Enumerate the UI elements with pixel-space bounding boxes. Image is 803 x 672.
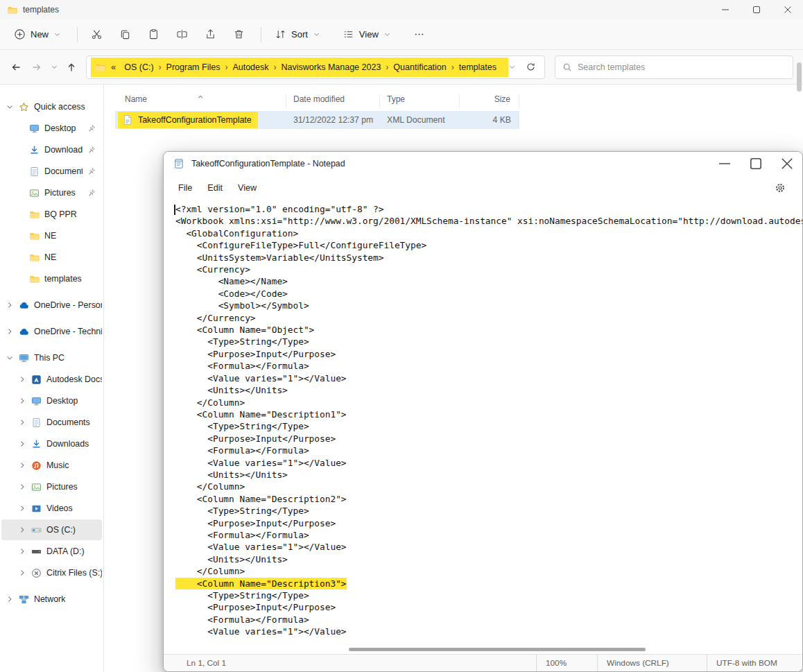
sidebar-item-autodesk-docs[interactable]: Autodesk Docs [1, 369, 102, 390]
breadcrumb-item-autodesk[interactable]: Autodesk [229, 61, 272, 74]
close-icon [782, 158, 793, 169]
forward-button[interactable] [26, 57, 47, 78]
sidebar-item-pictures[interactable]: Pictures [1, 182, 102, 203]
explorer-maximize-button[interactable] [741, 0, 772, 19]
recent-locations-button[interactable] [47, 57, 61, 78]
column-header-type[interactable]: Type [380, 94, 460, 108]
sidebar-item-desktop[interactable]: Desktop [1, 390, 102, 411]
sidebar-item-pictures[interactable]: Pictures [1, 476, 102, 497]
sidebar-item-data-d[interactable]: DATA (D:) [1, 541, 102, 562]
explorer-scrollbar[interactable] [797, 62, 802, 92]
delete-button[interactable] [226, 23, 252, 46]
explorer-close-button[interactable] [772, 0, 803, 19]
line-ending: Windows (CRLF) [597, 655, 707, 671]
breadcrumb-item-templates[interactable]: templates [456, 61, 500, 74]
cut-button[interactable] [84, 23, 110, 46]
sidebar-item-desktop[interactable]: Desktop [1, 118, 102, 139]
address-dropdown-icon[interactable] [508, 63, 516, 71]
horizontal-scrollbar-thumb[interactable] [349, 648, 646, 651]
share-icon [205, 28, 216, 40]
paste-button[interactable] [141, 23, 166, 46]
chevron-right-icon [6, 301, 14, 309]
up-button[interactable] [61, 57, 82, 78]
notepad-text-area[interactable]: <?xml version="1.0" encoding="utf-8" ?><… [164, 200, 802, 646]
sidebar-item-onedrive-personal[interactable]: OneDrive - Personal [1, 295, 102, 316]
breadcrumb-overflow-chevron[interactable]: « [111, 62, 116, 72]
settings-gear-icon[interactable] [775, 182, 786, 193]
search-input[interactable] [578, 62, 786, 72]
sidebar-item-onedrive-techniqu[interactable]: OneDrive - Techniqu [1, 321, 102, 342]
sidebar-item-ne[interactable]: NE [1, 225, 102, 246]
sidebar-item-label: Network [34, 594, 65, 604]
code-line: <Units></Units> [175, 553, 802, 565]
sidebar-item-templates[interactable]: templates [1, 268, 102, 289]
desktop-icon [29, 123, 40, 134]
address-bar[interactable]: « OS (C:)›Program Files›Autodesk›Naviswo… [86, 55, 545, 79]
menu-edit[interactable]: Edit [200, 180, 230, 196]
file-date-modified: 31/12/2022 12:37 pm [286, 115, 380, 125]
explorer-minimize-button[interactable] [709, 0, 741, 19]
sidebar-item-label: Downloads [44, 145, 83, 155]
sidebar-item-network[interactable]: Network [1, 589, 102, 610]
notepad-titlebar: TakeoffConfigurationTemplate - Notepad [164, 152, 802, 175]
breadcrumb-item-program-files[interactable]: Program Files [163, 61, 224, 74]
code-line: <Units></Units> [175, 469, 802, 481]
breadcrumb-separator: › [384, 62, 390, 72]
notepad-close-button[interactable] [771, 152, 802, 175]
sidebar-item-downloads[interactable]: Downloads [1, 139, 102, 160]
sidebar-item-label: Desktop [44, 123, 76, 133]
column-header-size[interactable]: Size [460, 94, 519, 108]
chevron-right-icon [18, 504, 26, 512]
new-button[interactable]: New [7, 23, 68, 46]
sidebar-item-label: NE [44, 252, 56, 262]
sidebar-item-videos[interactable]: Videos [1, 498, 102, 519]
pin-icon [87, 167, 96, 175]
breadcrumb-item-quantification[interactable]: Quantification [390, 61, 449, 74]
rename-button[interactable] [169, 23, 195, 46]
code-line-text: <Units></Units> [175, 553, 288, 565]
sidebar-item-label: This PC [34, 353, 64, 363]
notepad-minimize-button[interactable] [709, 152, 740, 175]
copy-button[interactable] [112, 23, 138, 46]
view-button[interactable]: View [336, 23, 398, 46]
sidebar-item-music[interactable]: Music [1, 455, 102, 476]
notepad-window: TakeoffConfigurationTemplate - Notepad F… [163, 151, 803, 672]
column-header-name[interactable]: Name [115, 94, 286, 108]
code-line-text: <Currency> [175, 264, 250, 275]
chevron-right-icon [18, 440, 26, 448]
chevron-right-icon [6, 595, 14, 603]
music-icon [31, 460, 42, 471]
sidebar-nav: Quick accessDesktopDownloadsDocumentsPic… [0, 85, 104, 672]
refresh-icon[interactable] [526, 62, 536, 72]
code-line: <?xml version="1.0" encoding="utf-8" ?> [175, 203, 802, 215]
menu-file[interactable]: File [171, 180, 200, 196]
sidebar-item-label: Quick access [34, 102, 85, 112]
sidebar-item-bq-ppr[interactable]: BQ PPR [1, 204, 102, 225]
code-line: <Formula></Formula> [175, 445, 802, 456]
sidebar-item-this-pc[interactable]: This PC [1, 347, 102, 368]
column-headers: NameDate modifiedTypeSize [115, 89, 803, 108]
breadcrumb-item-os-c[interactable]: OS (C:) [121, 61, 157, 74]
sidebar-item-citrix-files-s[interactable]: Citrix Files (S:) [1, 562, 102, 583]
more-options-button[interactable] [406, 23, 432, 46]
sidebar-item-os-c[interactable]: OS (C:) [1, 519, 102, 540]
sidebar-item-label: Music [46, 460, 69, 470]
sidebar-item-documents[interactable]: Documents [1, 412, 102, 433]
share-button[interactable] [198, 23, 223, 46]
code-line-text: <Column Name="Description1"> [175, 408, 347, 420]
sidebar-item-downloads[interactable]: Downloads [1, 433, 102, 454]
chevron-right-icon [18, 526, 26, 534]
sidebar-item-ne[interactable]: NE [1, 247, 102, 268]
code-line: <ConfigureFileType>Full</ConfigureFileTy… [175, 239, 802, 251]
back-button[interactable] [6, 57, 26, 78]
column-header-date-modified[interactable]: Date modified [286, 94, 380, 108]
breadcrumb-item-navisworks-manage-2023[interactable]: Navisworks Manage 2023 [278, 61, 385, 74]
menu-view[interactable]: View [230, 180, 264, 196]
sort-button[interactable]: Sort [268, 23, 327, 46]
notepad-window-title: TakeoffConfigurationTemplate - Notepad [191, 159, 345, 169]
sidebar-item-documents[interactable]: Documents [1, 161, 102, 182]
pin-icon [87, 146, 96, 154]
file-row[interactable]: TakeoffConfigurationTemplate31/12/2022 1… [115, 111, 519, 129]
notepad-maximize-button[interactable] [740, 152, 771, 175]
sidebar-item-quick-access[interactable]: Quick access [1, 96, 102, 117]
